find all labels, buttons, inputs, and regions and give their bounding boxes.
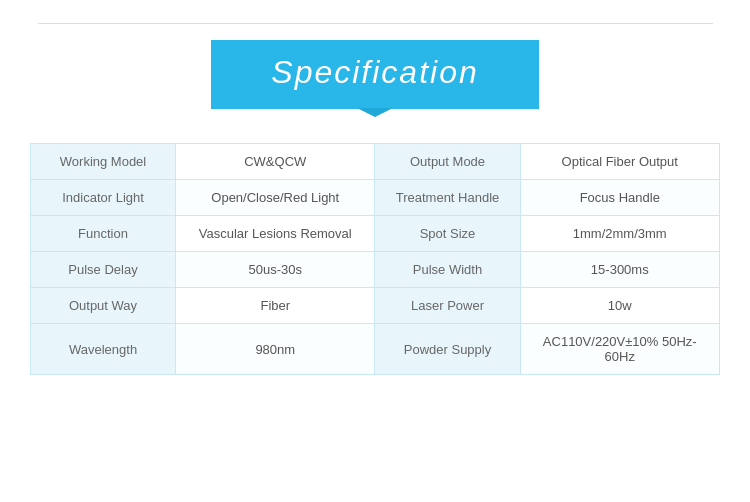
table-row: FunctionVascular Lesions RemovalSpot Siz… [31,216,720,252]
decorative-lines [0,20,750,30]
spec-table: Working ModelCW&QCWOutput ModeOptical Fi… [30,143,720,375]
value-cell-col1: Fiber [176,288,375,324]
value-cell-col1: Open/Close/Red Light [176,180,375,216]
label-cell-col2: Spot Size [375,216,520,252]
title-banner: Specification [211,40,538,109]
label-cell-col2: Laser Power [375,288,520,324]
value-cell-col1: 980nm [176,324,375,375]
value-cell-col1: CW&QCW [176,144,375,180]
value-cell-col1: Vascular Lesions Removal [176,216,375,252]
value-cell-col2: Optical Fiber Output [520,144,719,180]
table-row: Output WayFiberLaser Power10w [31,288,720,324]
label-cell-col1: Function [31,216,176,252]
table-row: Pulse Delay50us-30sPulse Width15-300ms [31,252,720,288]
value-cell-col2: Focus Handle [520,180,719,216]
label-cell-col1: Output Way [31,288,176,324]
label-cell-col1: Working Model [31,144,176,180]
value-cell-col2: 15-300ms [520,252,719,288]
spec-table-wrapper: Working ModelCW&QCWOutput ModeOptical Fi… [30,143,720,375]
table-row: Indicator LightOpen/Close/Red LightTreat… [31,180,720,216]
value-cell-col1: 50us-30s [176,252,375,288]
label-cell-col1: Indicator Light [31,180,176,216]
value-cell-col2: 1mm/2mm/3mm [520,216,719,252]
label-cell-col1: Wavelength [31,324,176,375]
table-row: Wavelength980nmPowder SupplyAC110V/220V±… [31,324,720,375]
label-cell-col2: Output Mode [375,144,520,180]
value-cell-col2: 10w [520,288,719,324]
page-title: Specification [271,54,478,90]
table-row: Working ModelCW&QCWOutput ModeOptical Fi… [31,144,720,180]
label-cell-col1: Pulse Delay [31,252,176,288]
page-wrapper: Specification Working ModelCW&QCWOutput … [0,0,750,502]
value-cell-col2: AC110V/220V±10% 50Hz-60Hz [520,324,719,375]
label-cell-col2: Treatment Handle [375,180,520,216]
label-cell-col2: Powder Supply [375,324,520,375]
label-cell-col2: Pulse Width [375,252,520,288]
